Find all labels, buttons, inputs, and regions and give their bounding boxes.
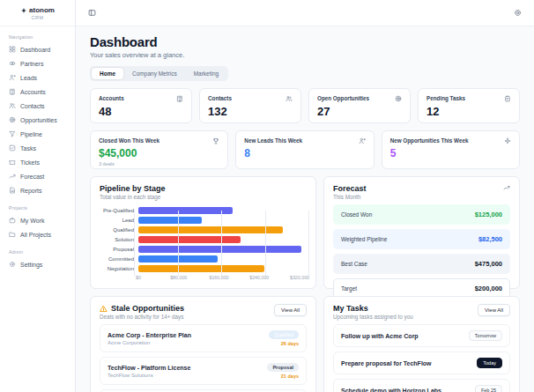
sidebar-item-opportunities[interactable]: Opportunities (0, 113, 75, 127)
stale-opportunities-panel: Stale Opportunities Deals with no activi… (90, 296, 316, 392)
gridline (221, 211, 222, 276)
gridline (265, 211, 266, 276)
page-subtitle: Your sales overview at a glance. (90, 51, 520, 59)
task-row[interactable]: Prepare proposal for TechFlowToday (333, 351, 510, 374)
forecast-panel: Forecast This Month Closed Won$125,000We… (323, 176, 520, 289)
chart-category-label: Lead (100, 218, 138, 223)
brand: atonom CRM (0, 0, 75, 26)
task-name: Schedule demo with Horizon Labs (341, 388, 441, 392)
leads-icon (9, 74, 16, 81)
stale-view-all-button[interactable]: View All (274, 304, 307, 316)
stat-label: Accounts (99, 95, 124, 101)
tab-marketing[interactable]: Marketing (186, 68, 227, 79)
sidebar-item-label: Pipeline (20, 131, 42, 137)
stale-title: Stale Opportunities (111, 304, 184, 313)
forecast-row-weighted-pipeline: Weighted Pipeline$82,500 (333, 229, 510, 249)
sidebar-section-label: Navigation (0, 26, 75, 42)
partners-icon (9, 60, 16, 67)
stage-badge: Proposal (267, 363, 299, 372)
opportunity-company: Acme Corporation (108, 340, 191, 345)
week-label: New Opportunities This Week (390, 137, 469, 144)
dashboard-content: Dashboard Your sales overview at a glanc… (76, 26, 534, 392)
forecast-row-label: Weighted Pipeline (341, 236, 387, 242)
sidebar-item-contacts[interactable]: Contacts (0, 99, 75, 113)
sidebar-item-all-projects[interactable]: All Projects (0, 227, 75, 241)
sidebar-item-label: Accounts (20, 89, 46, 95)
sidebar-item-pipeline[interactable]: Pipeline (0, 127, 75, 141)
forecast-row-label: Target (341, 285, 357, 292)
week-stats-row: Closed Won This Week$45,0003 dealsNew Le… (90, 130, 520, 169)
sidebar-section-label: Projects (0, 197, 75, 213)
task-row[interactable]: Follow up with Acme CorpTomorrow (333, 324, 510, 347)
sidebar: atonom CRM NavigationDashboardPartnersLe… (0, 0, 76, 392)
sidebar-item-tickets[interactable]: Tickets (0, 155, 75, 169)
sidebar-item-dashboard[interactable]: Dashboard (0, 42, 75, 56)
week-value: 8 (244, 147, 365, 159)
stale-opportunity-row[interactable]: TechFlow - Platform LicenseTechFlow Solu… (100, 357, 307, 385)
sidebar-item-forecast[interactable]: Forecast (0, 169, 75, 183)
stat-card-open-opportunities: Open Opportunities27 (308, 88, 411, 123)
trend-icon (503, 184, 510, 191)
stale-opportunity-row[interactable]: Acme Corp - Enterprise PlanAcme Corporat… (100, 324, 307, 352)
pipeline-panel: Pipeline by Stage Total value in each st… (90, 176, 316, 289)
trend-icon (9, 173, 16, 180)
task-row[interactable]: Schedule demo with Horizon LabsFeb 25 (333, 379, 510, 392)
chart-category-label: Committed (100, 256, 138, 262)
gear-icon[interactable] (514, 9, 522, 17)
sidebar-item-label: Contacts (20, 103, 45, 109)
stat-card-contacts: Contacts132 (199, 88, 301, 123)
tab-company-metrics[interactable]: Company Metrics (124, 68, 185, 79)
days-stale: 21 days (281, 374, 299, 379)
task-name: Follow up with Acme Corp (341, 333, 419, 339)
opportunity-company: TechFlow Solutions (108, 373, 190, 378)
week-label: New Leads This Week (244, 137, 302, 144)
stat-value: 12 (426, 105, 511, 118)
chart-category-label: Pre-Qualified (100, 208, 138, 213)
tasks-view-all-button[interactable]: View All (478, 304, 510, 316)
stat-label: Contacts (208, 95, 232, 101)
forecast-row-label: Closed Won (341, 211, 372, 218)
sidebar-item-leads[interactable]: Leads (0, 70, 75, 85)
target-icon (9, 116, 16, 123)
opportunity-name: TechFlow - Platform License (108, 365, 190, 371)
sidebar-item-partners[interactable]: Partners (0, 56, 75, 70)
topbar (76, 0, 534, 26)
sidebar-item-settings[interactable]: Settings (0, 257, 75, 271)
stat-card-accounts: Accounts48 (90, 88, 192, 123)
sidebar-item-label: Tasks (20, 145, 36, 152)
sparkle-icon (504, 137, 511, 144)
forecast-subtitle: This Month (333, 194, 367, 200)
users-icon (9, 102, 16, 109)
stat-value: 48 (99, 105, 183, 118)
stale-subtitle: Deals with no activity for 14+ days (100, 314, 184, 320)
sidebar-nav: NavigationDashboardPartnersLeadsAccounts… (0, 26, 75, 271)
stat-label: Pending Tasks (426, 95, 465, 101)
forecast-row-best-case: Best Case$475,000 (333, 254, 510, 274)
bottom-row: Stale Opportunities Deals with no activi… (90, 296, 520, 392)
week-card-closed-won-this-week: Closed Won This Week$45,0003 deals (90, 130, 228, 169)
brand-abbr: CRM (4, 15, 71, 20)
sidebar-item-tasks[interactable]: Tasks (0, 141, 75, 155)
briefcase-icon (9, 217, 16, 224)
sidebar-item-accounts[interactable]: Accounts (0, 85, 75, 99)
chart-category-label: Negotiation (100, 266, 138, 271)
tab-home[interactable]: Home (92, 68, 123, 79)
week-card-new-opportunities-this-week: New Opportunities This Week5 (382, 130, 520, 169)
week-card-new-leads-this-week: New Leads This Week8 (235, 130, 374, 169)
week-value: $45,000 (99, 147, 219, 159)
tab-bar: HomeCompany MetricsMarketing (90, 66, 228, 81)
target-icon (395, 95, 402, 102)
ticket-icon (9, 159, 16, 166)
due-badge: Feb 25 (475, 385, 502, 392)
sidebar-item-label: All Projects (20, 232, 51, 238)
opportunity-name: Acme Corp - Enterprise Plan (108, 332, 191, 338)
check-square-icon (9, 144, 16, 152)
sidebar-item-my-work[interactable]: My Work (0, 213, 75, 227)
sidebar-item-label: Opportunities (20, 117, 57, 123)
panel-toggle-icon[interactable] (88, 9, 96, 17)
forecast-row-value: $200,000 (475, 285, 502, 292)
forecast-row-value: $475,000 (475, 260, 502, 268)
sidebar-item-reports[interactable]: Reports (0, 183, 75, 197)
stat-label: Open Opportunities (317, 95, 369, 101)
pipeline-title: Pipeline by Stage (100, 184, 166, 193)
